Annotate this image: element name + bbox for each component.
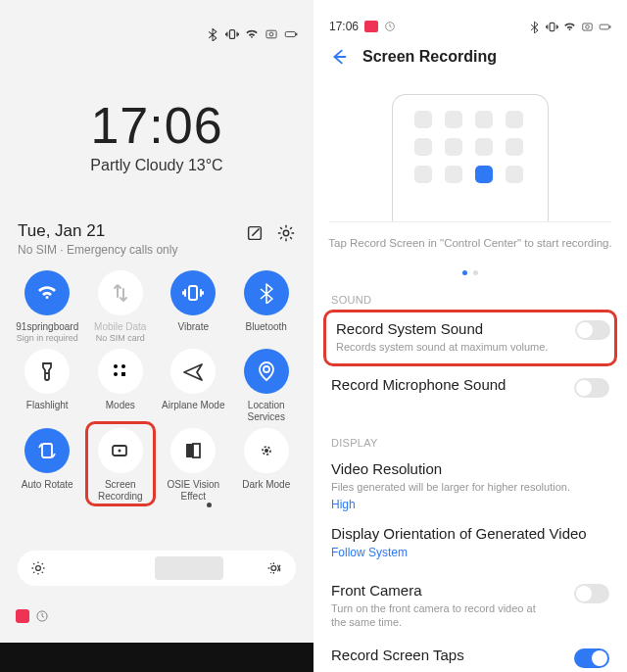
vibrate-button[interactable] [170, 270, 216, 315]
tile-vibrate[interactable]: Vibrate [160, 270, 227, 343]
camera-box-icon [581, 21, 594, 33]
setting-record-microphone-sound[interactable]: Record Microphone Sound [331, 376, 609, 393]
bluetooth-button[interactable] [244, 270, 289, 315]
tile-label: Bluetooth [246, 321, 287, 343]
bluetooth-icon [206, 27, 219, 41]
setting-record-system-sound[interactable]: Record System Sound Records system sound… [323, 310, 617, 366]
tile-label: Dark Mode [242, 479, 290, 501]
osie-icon [182, 440, 204, 461]
setting-value: Follow System [331, 546, 609, 559]
osie-button[interactable] [170, 428, 216, 473]
tile-auto-rotate[interactable]: Auto Rotate [14, 428, 81, 504]
battery-icon [284, 27, 298, 41]
setting-subtitle: Records system sound at maximum volume. [336, 340, 604, 354]
phone-illustration [392, 94, 549, 221]
back-icon[interactable] [329, 47, 349, 67]
airplane-icon [182, 360, 204, 382]
tile-bluetooth[interactable]: Bluetooth [233, 270, 301, 343]
tile-osie[interactable]: OSIE Vision Effect [160, 428, 227, 504]
screen-rec-button[interactable] [98, 428, 143, 473]
clock-icon [35, 609, 49, 623]
mobile-data-button[interactable] [98, 270, 143, 315]
tile-modes[interactable]: Modes [87, 349, 155, 422]
recording-indicator-icon [16, 609, 29, 623]
tile-location[interactable]: Location Services [233, 349, 301, 422]
page-dot-active [462, 270, 467, 275]
section-display: DISPLAY [331, 437, 378, 449]
flashlight-button[interactable] [24, 349, 70, 394]
tile-label: 91springboardSign in required [16, 321, 78, 343]
screen-recording-settings-pane: 17:06 Screen Recording Tap Record Screen… [314, 0, 627, 672]
airplane-button[interactable] [170, 349, 216, 394]
page-indicator-dot [207, 503, 212, 507]
tile-label: Location Services [233, 400, 301, 422]
bottom-status-icons [16, 609, 49, 623]
page-title: Screen Recording [362, 48, 497, 66]
setting-subtitle: Turn on the front camera to record video… [331, 601, 547, 630]
tile-screen-rec[interactable]: Screen Recording [85, 421, 157, 506]
tile-label: Screen Recording [90, 479, 152, 502]
toggle-record-mic[interactable] [574, 378, 609, 398]
quick-settings-grid: 91springboardSign in requiredMobile Data… [14, 270, 300, 504]
section-sound: SOUND [331, 294, 371, 306]
wifi-icon [36, 282, 58, 304]
auto-rotate-button[interactable] [24, 428, 70, 473]
bluetooth-icon [256, 282, 277, 304]
location-icon [256, 360, 277, 382]
brightness-track[interactable] [47, 551, 266, 586]
tile-dark-mode[interactable]: Dark Mode [233, 428, 301, 504]
date-text: Tue, Jan 21 [18, 221, 177, 241]
toggle-front-camera[interactable] [574, 584, 609, 603]
tile-flashlight[interactable]: Flashlight [14, 349, 81, 422]
brightness-slider[interactable] [18, 551, 296, 586]
auto-rotate-icon [36, 440, 58, 461]
toggle-record-system-sound[interactable] [575, 320, 610, 340]
vibrate-icon [182, 282, 204, 304]
tile-label: Flashlight [26, 400, 69, 421]
modes-button[interactable] [98, 349, 143, 394]
setting-display-orientation[interactable]: Display Orientation of Generated Video F… [331, 525, 609, 559]
battery-icon [599, 21, 611, 33]
vibrate-icon [225, 27, 239, 41]
setting-subtitle: Files generated will be larger for highe… [331, 480, 609, 494]
status-bar [206, 27, 298, 41]
dark-mode-button[interactable] [244, 428, 289, 473]
hint-text: Tap Record Screen in "Control Center" to… [314, 237, 627, 249]
setting-front-camera[interactable]: Front Camera Turn on the front camera to… [331, 582, 609, 630]
status-bar: 17:06 [314, 20, 627, 33]
vibrate-icon [546, 21, 558, 33]
setting-record-screen-taps[interactable]: Record Screen Taps [331, 647, 609, 663]
divider [329, 221, 611, 222]
modes-icon [110, 360, 131, 382]
wifi-button[interactable] [24, 270, 70, 315]
record-tile-highlight [475, 166, 493, 183]
tile-wifi[interactable]: 91springboardSign in required [14, 270, 81, 343]
tile-label: OSIE Vision Effect [160, 479, 227, 502]
setting-video-resolution[interactable]: Video Resolution Files generated will be… [331, 460, 609, 511]
clock-time: 17:06 [0, 96, 314, 155]
tile-sublabel: No SIM card [94, 333, 146, 343]
tile-label: Modes [106, 400, 135, 421]
sim-status: No SIM · Emergency calls only [18, 243, 177, 257]
tile-label: Auto Rotate [22, 479, 73, 501]
weather-line: Partly Cloudy 13°C [0, 157, 314, 174]
lock-clock: 17:06 Partly Cloudy 13°C [0, 96, 314, 174]
setting-title: Record Screen Taps [331, 647, 609, 663]
page-dot [473, 270, 478, 275]
brightness-thumb[interactable] [155, 556, 223, 580]
location-button[interactable] [244, 349, 289, 394]
wifi-icon [563, 21, 576, 33]
tile-mobile-data[interactable]: Mobile DataNo SIM card [87, 270, 155, 343]
toggle-screen-taps[interactable] [574, 648, 609, 668]
recording-indicator-icon [364, 21, 378, 32]
edit-icon[interactable] [245, 223, 265, 243]
mobile-data-icon [110, 282, 131, 304]
setting-title: Record System Sound [336, 320, 604, 337]
tile-airplane[interactable]: Airplane Mode [160, 349, 227, 422]
gear-icon[interactable] [276, 223, 296, 243]
date-row: Tue, Jan 21 No SIM · Emergency calls onl… [18, 221, 296, 257]
brightness-auto-icon[interactable] [266, 559, 284, 577]
dark-mode-icon [256, 440, 277, 461]
setting-title: Front Camera [331, 582, 609, 599]
page-header: Screen Recording [314, 47, 627, 67]
